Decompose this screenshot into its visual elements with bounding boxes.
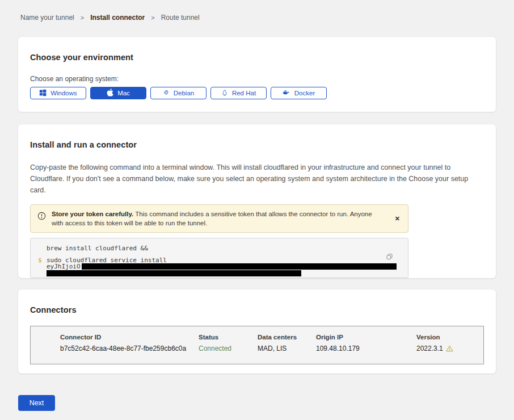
- breadcrumb: Name your tunnel > Install connector > R…: [0, 0, 514, 22]
- shell-prompt: $: [38, 257, 42, 264]
- wizard-footer: Next: [18, 395, 514, 411]
- connector-data-centers-value: MAD, LIS: [258, 345, 316, 354]
- os-button-label: Docker: [294, 90, 315, 96]
- redacted-token-bar: [82, 263, 397, 270]
- connector-id-value: b7c52c42-6caa-48ee-8c77-fbe259cb6c0a: [60, 345, 199, 354]
- close-icon[interactable]: ✕: [393, 213, 402, 224]
- breadcrumb-separator: >: [81, 14, 84, 21]
- breadcrumb-name-your-tunnel[interactable]: Name your tunnel: [20, 14, 74, 22]
- connector-status-value: Connected: [199, 345, 258, 354]
- warning-text: Store your token carefully. This command…: [52, 209, 376, 228]
- os-button-windows[interactable]: Windows: [30, 87, 86, 99]
- code-line-token-2: [31, 270, 408, 277]
- col-header-connector-id: Connector ID: [60, 334, 199, 341]
- code-line-brew: brew install cloudflared &&: [31, 245, 408, 252]
- os-button-label: Windows: [50, 90, 77, 96]
- choose-environment-card: Choose your environment Choose an operat…: [18, 37, 496, 112]
- warning-title: Store your token carefully.: [52, 211, 133, 217]
- info-icon: [37, 212, 46, 222]
- code-line-service: $ sudo cloudflared service install: [31, 257, 408, 264]
- os-button-mac[interactable]: Mac: [90, 87, 146, 99]
- debian-icon: [163, 89, 170, 97]
- breadcrumb-install-connector[interactable]: Install connector: [90, 14, 145, 22]
- connectors-card: Connectors Connector ID Status Data cent…: [18, 289, 496, 373]
- os-button-group: Windows Mac Debian Red Hat Docker: [30, 87, 484, 99]
- redhat-icon: [221, 89, 228, 98]
- environment-card-title: Choose your environment: [30, 53, 484, 62]
- connectors-card-title: Connectors: [30, 305, 484, 314]
- os-select-label: Choose an operating system:: [30, 75, 484, 83]
- breadcrumb-route-tunnel[interactable]: Route tunnel: [161, 14, 200, 22]
- col-header-version: Version: [416, 334, 483, 341]
- connector-version-value: 2022.3.1: [416, 345, 483, 354]
- connectors-table: Connector ID Status Data centers Origin …: [30, 326, 484, 364]
- connector-origin-ip-value: 109.48.10.179: [316, 345, 416, 354]
- col-header-data-centers: Data centers: [258, 334, 316, 341]
- next-button[interactable]: Next: [18, 395, 55, 411]
- copy-icon[interactable]: [385, 252, 394, 263]
- os-button-label: Red Hat: [232, 90, 256, 96]
- token-warning-banner: Store your token carefully. This command…: [30, 204, 408, 233]
- windows-icon: [39, 89, 47, 98]
- col-header-origin-ip: Origin IP: [316, 334, 416, 341]
- col-header-status: Status: [199, 334, 258, 341]
- redacted-token-bar: [47, 270, 301, 276]
- warning-triangle-icon: [446, 346, 453, 354]
- os-button-docker[interactable]: Docker: [271, 87, 327, 99]
- install-description: Copy-paste the following command into a …: [30, 162, 484, 196]
- os-button-label: Mac: [117, 90, 130, 96]
- os-button-label: Debian: [174, 90, 194, 96]
- install-connector-card: Install and run a connector Copy-paste t…: [18, 124, 496, 278]
- os-button-redhat[interactable]: Red Hat: [210, 87, 267, 99]
- code-line-token: eyJhIjoiO: [31, 263, 408, 270]
- install-command-code-block[interactable]: brew install cloudflared && $ sudo cloud…: [30, 238, 408, 278]
- install-card-title: Install and run a connector: [30, 140, 484, 149]
- os-button-debian[interactable]: Debian: [150, 87, 207, 99]
- apple-icon: [107, 89, 113, 98]
- breadcrumb-separator: >: [151, 14, 154, 21]
- docker-icon: [283, 89, 290, 97]
